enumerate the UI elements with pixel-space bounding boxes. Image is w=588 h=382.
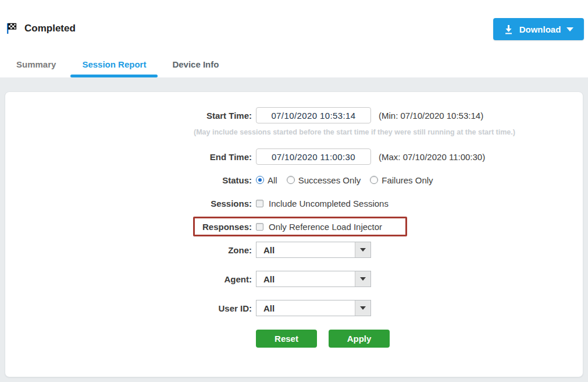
tab-session-report[interactable]: Session Report <box>70 51 158 77</box>
include-uncompleted-sessions-checkbox[interactable] <box>256 200 263 207</box>
agent-select[interactable]: All <box>256 271 371 287</box>
caret-down-icon <box>360 306 366 310</box>
apply-button[interactable]: Apply <box>329 330 390 348</box>
start-time-label: Start Time: <box>5 111 252 121</box>
agent-select-caret-button[interactable] <box>355 271 370 286</box>
zone-row: Zone: All <box>5 242 583 258</box>
status-radio-all-label: All <box>268 175 277 185</box>
agent-label: Agent: <box>5 274 252 284</box>
radio-button-icon[interactable] <box>287 176 295 184</box>
start-time-note: (May include sessions started before the… <box>5 128 515 136</box>
download-icon <box>504 24 514 34</box>
page-title: Completed <box>24 23 76 34</box>
zone-select-caret-button[interactable] <box>355 242 370 257</box>
download-button[interactable]: Download <box>493 18 584 40</box>
start-time-min-hint: (Min: 07/10/2020 10:53:14) <box>379 111 483 121</box>
end-time-label: End Time: <box>5 152 252 162</box>
user-id-row: User ID: All <box>5 300 583 316</box>
action-buttons-row: Reset Apply <box>5 330 583 348</box>
zone-label: Zone: <box>5 245 252 255</box>
radio-button-icon[interactable] <box>370 176 378 184</box>
start-time-row: Start Time: (Min: 07/10/2020 10:53:14) <box>5 107 583 123</box>
status-radio-successes-only[interactable]: Successes Only <box>287 175 361 185</box>
user-id-select-caret-button[interactable] <box>355 300 370 316</box>
status-radio-failures-only[interactable]: Failures Only <box>370 175 433 185</box>
status-radio-failures-label: Failures Only <box>382 175 433 185</box>
workspace-background: Start Time: (Min: 07/10/2020 10:53:14) (… <box>0 77 588 382</box>
end-time-input[interactable] <box>256 148 371 165</box>
sessions-row: Sessions: Include Uncompleted Sessions <box>5 196 583 210</box>
zone-select-value: All <box>256 245 355 255</box>
end-time-row: End Time: (Max: 07/10/2020 11:00:30) <box>5 148 583 165</box>
end-time-max-hint: (Max: 07/10/2020 11:00:30) <box>379 152 485 162</box>
start-time-note-row: (May include sessions started before the… <box>5 128 583 136</box>
include-uncompleted-sessions-label: Include Uncompleted Sessions <box>269 199 389 208</box>
agent-select-value: All <box>256 274 355 284</box>
reset-button[interactable]: Reset <box>256 330 317 348</box>
tab-summary[interactable]: Summary <box>5 51 67 77</box>
agent-row: Agent: All <box>5 271 583 287</box>
user-id-select-value: All <box>256 303 355 313</box>
page-header: Completed Download <box>0 0 588 51</box>
zone-select[interactable]: All <box>256 242 371 258</box>
user-id-label: User ID: <box>5 303 252 313</box>
sessions-label: Sessions: <box>5 199 252 208</box>
filter-panel: Start Time: (Min: 07/10/2020 10:53:14) (… <box>5 91 583 377</box>
responses-label: Responses: <box>5 222 252 232</box>
download-button-label: Download <box>519 24 561 34</box>
caret-down-icon <box>360 248 366 252</box>
only-reference-load-injector-label: Only Reference Load Injector <box>269 222 382 232</box>
status-radio-successes-label: Successes Only <box>298 175 361 185</box>
tab-device-info[interactable]: Device Info <box>161 51 230 77</box>
caret-down-icon <box>360 277 366 281</box>
start-time-input[interactable] <box>256 107 371 123</box>
status-label: Status: <box>5 175 252 185</box>
caret-down-icon <box>566 27 573 31</box>
status-title: Completed <box>5 22 76 35</box>
tab-bar: Summary Session Report Device Info <box>0 51 588 77</box>
checkered-flag-icon <box>5 22 18 35</box>
user-id-select[interactable]: All <box>256 300 371 316</box>
status-radio-all[interactable]: All <box>256 175 277 185</box>
radio-button-icon[interactable] <box>256 176 264 184</box>
session-report-filter-form: Start Time: (Min: 07/10/2020 10:53:14) (… <box>5 92 583 348</box>
only-reference-load-injector-checkbox[interactable] <box>256 223 263 231</box>
status-row: Status: All Successes Only Failures Only <box>5 173 583 187</box>
responses-row: Responses: Only Reference Load Injector <box>5 217 583 236</box>
